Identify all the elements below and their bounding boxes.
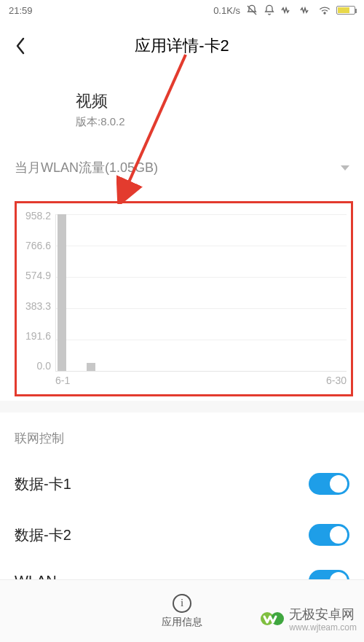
traffic-period-dropdown[interactable]: 当月WLAN流量(1.05GB) <box>0 152 364 197</box>
wifi-icon <box>319 6 331 15</box>
y-tick: 766.6 <box>15 240 51 251</box>
bell-icon <box>264 4 275 16</box>
toggle-row-data-sim1: 数据-卡1 <box>0 458 364 509</box>
chart-section: 958.2 766.6 574.9 383.3 191.6 0.0 6-1 6-… <box>0 197 364 401</box>
app-name: 视频 <box>76 90 125 112</box>
switch-data-sim1[interactable] <box>309 473 349 495</box>
y-tick: 574.9 <box>15 270 51 281</box>
mute-icon <box>246 4 258 16</box>
status-right: 0.1K/s <box>213 4 355 16</box>
app-version: 版本:8.0.2 <box>76 115 125 129</box>
watermark: 无极安卓网 www.wjteam.com <box>260 606 357 632</box>
bottom-label: 应用信息 <box>162 616 202 629</box>
y-tick: 383.3 <box>15 300 51 312</box>
toggle-label: 数据-卡1 <box>15 474 71 494</box>
vibrate-icon-2 <box>300 7 313 14</box>
watermark-sub: www.wjteam.com <box>289 623 357 632</box>
y-tick: 191.6 <box>15 330 51 342</box>
vibrate-icon <box>281 7 294 14</box>
toggle-row-data-sim2: 数据-卡2 <box>0 509 364 560</box>
info-icon: i <box>173 594 191 613</box>
title-bar: 应用详情-卡2 <box>0 20 364 71</box>
chevron-down-icon <box>341 165 349 171</box>
chart-bar <box>87 363 95 371</box>
dropdown-label: 当月WLAN流量(1.05GB) <box>15 159 158 176</box>
back-button[interactable] <box>0 26 41 66</box>
x-tick-end: 6-30 <box>326 375 347 388</box>
battery-icon <box>336 6 355 15</box>
app-icon <box>15 89 58 130</box>
usage-chart: 958.2 766.6 574.9 383.3 191.6 0.0 6-1 6-… <box>15 210 349 385</box>
plot-area <box>55 214 347 372</box>
switch-data-sim2[interactable] <box>309 524 349 546</box>
y-tick: 958.2 <box>15 210 51 222</box>
network-section-header: 联网控制 <box>0 412 364 458</box>
x-tick-start: 6-1 <box>55 375 70 388</box>
x-axis: 6-1 6-30 <box>55 375 347 388</box>
net-speed: 0.1K/s <box>213 5 240 16</box>
app-info-card: 视频 版本:8.0.2 <box>0 71 364 152</box>
chart-bar <box>58 214 66 371</box>
watermark-logo-icon <box>260 606 285 631</box>
svg-point-1 <box>324 12 325 14</box>
status-bar: 21:59 0.1K/s <box>0 0 364 20</box>
status-time: 21:59 <box>9 5 33 16</box>
y-axis: 958.2 766.6 574.9 383.3 191.6 0.0 <box>15 210 51 372</box>
watermark-title: 无极安卓网 <box>289 606 357 623</box>
toggle-label: 数据-卡2 <box>15 525 71 545</box>
page-title: 应用详情-卡2 <box>0 35 364 57</box>
y-tick: 0.0 <box>15 360 51 372</box>
chevron-left-icon <box>14 36 27 56</box>
